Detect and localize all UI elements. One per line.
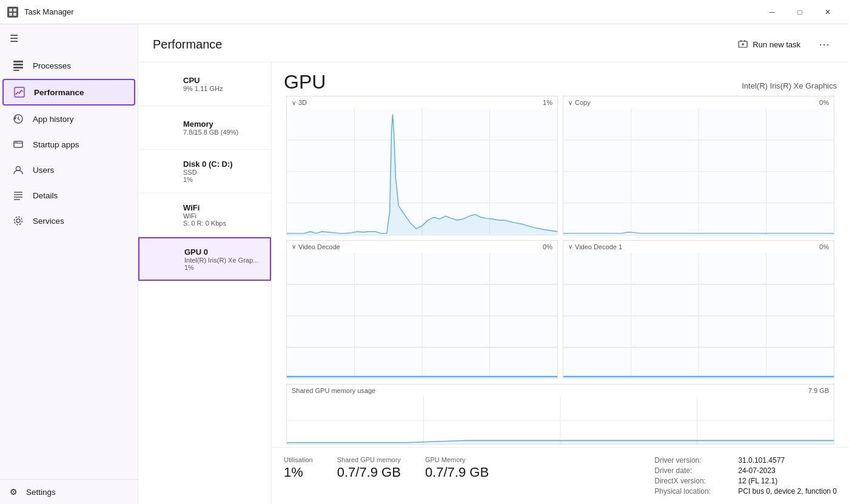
driver-version-row: Driver version: 31.0.101.4577	[654, 456, 837, 465]
sidebar-label-startup-apps: Startup apps	[33, 140, 79, 149]
stats-row: Utilisation 1% Shared GPU memory 0.7/7.9…	[272, 447, 849, 504]
svg-rect-8	[15, 87, 24, 97]
run-new-task-button[interactable]: Run new task	[732, 36, 807, 53]
gpu0-name: GPU 0	[184, 247, 263, 257]
gpu0-val: 1%	[184, 264, 263, 271]
gpu-detail-panel: GPU Intel(R) Iris(R) Xe Graphics ∨ 3D	[272, 62, 849, 504]
minimize-button[interactable]: ─	[758, 2, 786, 22]
perf-item-memory[interactable]: Memory 7.8/15.8 GB (49%)	[138, 106, 271, 150]
more-options-button[interactable]: ⋯	[814, 35, 834, 53]
chart-vd-graph	[287, 253, 557, 379]
startup-apps-icon	[12, 138, 24, 150]
performance-list: CPU 9% 1.11 GHz Memory 7.8/15.8 GB (49%)…	[138, 62, 272, 504]
services-icon	[12, 215, 24, 227]
perf-item-gpu0[interactable]: GPU 0 Intel(R) Iris(R) Xe Grap... 1%	[138, 237, 271, 281]
content-header: Performance Run new task ⋯	[138, 24, 849, 62]
svg-point-13	[16, 142, 18, 143]
chart-copy-pct: 0%	[819, 99, 829, 106]
sidebar-item-settings[interactable]: ⚙ Settings	[0, 479, 138, 504]
perf-item-wifi[interactable]: WiFi WiFi S: 0 R: 0 Kbps	[138, 193, 271, 237]
run-task-icon	[738, 39, 748, 49]
sidebar-label-users: Users	[33, 166, 54, 175]
memory-usage-max: 7.9 GB	[808, 387, 829, 394]
page-title: Performance	[153, 38, 223, 52]
app-history-icon	[12, 113, 24, 125]
sidebar-item-processes[interactable]: Processes	[2, 53, 135, 78]
chart-3d-pct: 1%	[543, 99, 552, 106]
cpu-sparkline	[146, 72, 177, 96]
sidebar-item-users[interactable]: Users	[2, 158, 135, 182]
chart-vd-pct: 0%	[543, 243, 552, 250]
settings-label: Settings	[26, 488, 56, 497]
wifi-name: WiFi	[183, 203, 264, 212]
driver-version-label: Driver version:	[654, 456, 733, 465]
shared-gpu-memory-label: Shared GPU memory	[337, 456, 401, 463]
chart-copy-graph	[563, 109, 834, 235]
driver-version-value: 31.0.101.4577	[738, 456, 785, 465]
gpu0-info: GPU 0 Intel(R) Iris(R) Xe Grap... 1%	[184, 247, 263, 271]
charts-top-row: ∨ 3D 1%	[284, 93, 837, 238]
chart-vd1-graph	[563, 253, 834, 379]
cpu-name: CPU	[183, 76, 264, 85]
chart-3d-label: 3D	[298, 99, 307, 106]
header-actions: Run new task ⋯	[732, 35, 834, 53]
chart-3d-graph	[287, 109, 557, 235]
sidebar-item-app-history[interactable]: App history	[2, 107, 135, 131]
users-icon	[12, 164, 24, 176]
physical-location-label: Physical location:	[654, 487, 733, 496]
sidebar-item-performance[interactable]: Performance	[2, 79, 135, 106]
chart-copy-label-row: ∨ Copy 0%	[563, 96, 834, 109]
svg-rect-1	[13, 8, 16, 12]
memory-name: Memory	[183, 119, 264, 129]
chart-video-decode-1: ∨ Video Decode 1 0%	[563, 240, 834, 380]
close-button[interactable]: ✕	[814, 2, 842, 22]
svg-rect-6	[13, 67, 23, 69]
chart-vd1-pct: 0%	[819, 243, 829, 250]
svg-point-12	[15, 142, 16, 143]
driver-date-row: Driver date: 24-07-2023	[654, 466, 837, 475]
sidebar-label-details: Details	[33, 191, 58, 200]
performance-icon	[13, 86, 25, 98]
chart-3d-label-row: ∨ 3D 1%	[287, 96, 557, 109]
perf-item-disk[interactable]: Disk 0 (C: D:) SSD 1%	[138, 150, 271, 193]
chart-vd1-label: Video Decode 1	[575, 243, 622, 250]
gpu-model: Intel(R) Iris(R) Xe Graphics	[742, 81, 837, 90]
gpu-header: GPU Intel(R) Iris(R) Xe Graphics	[272, 62, 849, 93]
sidebar-item-services[interactable]: Services	[2, 209, 135, 233]
charts-area: ∨ 3D 1%	[272, 93, 849, 447]
perf-item-cpu[interactable]: CPU 9% 1.11 GHz	[138, 62, 271, 106]
run-task-label: Run new task	[753, 40, 800, 49]
sidebar-item-startup-apps[interactable]: Startup apps	[2, 132, 135, 156]
directx-label: DirectX version:	[654, 477, 733, 485]
svg-rect-5	[13, 64, 23, 66]
maximize-button[interactable]: □	[786, 2, 814, 22]
processes-icon	[12, 59, 24, 72]
svg-rect-4	[13, 61, 23, 62]
window-title: Task Manager	[24, 7, 752, 16]
disk-sub: SSD	[183, 169, 264, 176]
physical-location-row: Physical location: PCI bus 0, device 2, …	[654, 487, 837, 496]
app-icon	[7, 7, 18, 18]
chart-video-decode: ∨ Video Decode 0%	[286, 240, 558, 380]
memory-sub: 7.8/15.8 GB (49%)	[183, 129, 264, 136]
cpu-sub: 9% 1.11 GHz	[183, 85, 264, 92]
chevron-3d-icon: ∨	[292, 99, 296, 106]
wifi-sub: WiFi	[183, 212, 264, 220]
settings-icon: ⚙	[10, 487, 18, 497]
content-body: CPU 9% 1.11 GHz Memory 7.8/15.8 GB (49%)…	[138, 62, 849, 504]
memory-chart-header: Shared GPU memory usage 7.9 GB	[287, 385, 834, 397]
gpu0-sparkline	[147, 247, 178, 271]
svg-rect-0	[9, 8, 12, 12]
svg-rect-2	[9, 13, 12, 16]
shared-gpu-memory-value: 0.7/7.9 GB	[337, 465, 401, 480]
chart-copy: ∨ Copy 0%	[563, 96, 834, 235]
disk-info: Disk 0 (C: D:) SSD 1%	[183, 160, 264, 183]
stat-gpu-memory: GPU Memory 0.7/7.9 GB	[425, 456, 489, 496]
memory-sparkline	[146, 116, 177, 140]
chart-vd1-label-row: ∨ Video Decode 1 0%	[563, 241, 834, 253]
sidebar-item-details[interactable]: Details	[2, 183, 135, 207]
gpu-memory-value: 0.7/7.9 GB	[425, 465, 489, 480]
hamburger-icon[interactable]: ☰	[0, 24, 138, 53]
chart-vd-label: Video Decode	[298, 243, 340, 250]
gpu-title: GPU	[284, 71, 326, 93]
